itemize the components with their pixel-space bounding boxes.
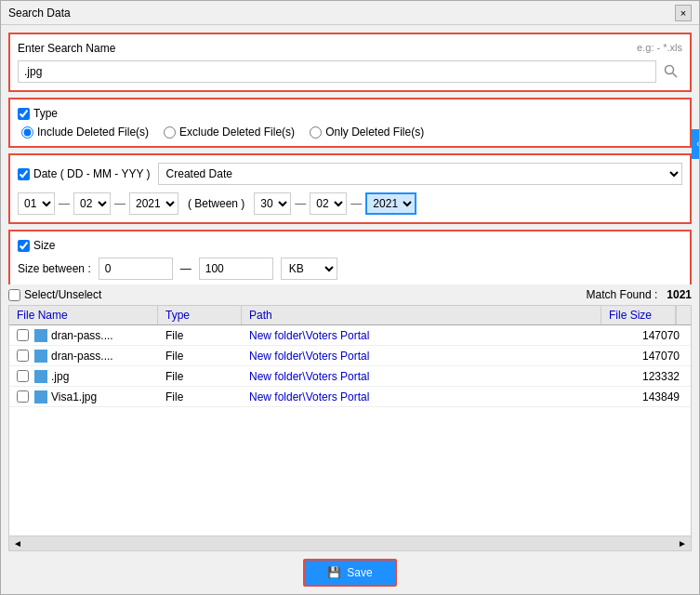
to-year-select[interactable]: 202020212022 [365,192,416,215]
date-sep-2: — [114,197,125,210]
size-to-input[interactable] [199,258,273,280]
close-button[interactable]: × [675,5,692,21]
col-header-path[interactable]: Path [242,306,601,324]
cell-size-2: 123332 [626,368,691,385]
size-sep: — [180,262,192,275]
type-section: Type Include Deleted File(s) Exclude Del… [8,98,692,148]
save-icon: 💾 [327,566,341,579]
match-count: 1021 [667,288,692,301]
include-deleted-label: Include Deleted File(s) [37,126,149,139]
exclude-deleted-radio[interactable] [164,126,176,139]
select-all-checkbox[interactable] [8,289,20,301]
date-checkbox-label: Date ( DD - MM - YYY ) [18,167,151,180]
sidebar-arrow-icon: « [696,139,699,149]
date-header: Date ( DD - MM - YYY ) Created Date Modi… [18,163,682,185]
cell-name-2: .jpg [9,368,158,385]
size-from-input[interactable] [99,258,173,280]
scroll-left-btn[interactable]: ◄ [13,538,22,549]
from-year-select[interactable]: 202020212022 [129,192,178,215]
main-content: e.g: - *.xls Enter Search Name Type [1,25,699,284]
search-hint: e.g: - *.xls [637,42,682,53]
size-checkbox[interactable] [18,240,30,252]
save-row: 💾 Save [1,551,699,594]
date-sep-3: — [295,197,306,210]
date-fields-row: 01020330 — 010203 — 202020212022 ( Betwe… [18,192,682,215]
row-checkbox-0[interactable] [17,329,29,341]
to-month-select[interactable]: 010203 [310,192,347,215]
cell-path-1[interactable]: New folder\Voters Portal [242,348,626,364]
window-title: Search Data [8,7,71,20]
row-checkbox-1[interactable] [17,350,29,362]
file-table: File Name Type Path File Size dran-pass.… [8,305,692,551]
include-deleted-radio[interactable] [21,126,33,139]
search-name-label: Enter Search Name [18,42,682,55]
row-checkbox-2[interactable] [17,370,29,382]
file-icon-2 [34,370,47,383]
cell-path-3[interactable]: New folder\Voters Portal [242,389,626,405]
file-name-0: dran-pass.... [51,329,113,342]
col-header-type[interactable]: Type [158,306,242,324]
search-name-section: e.g: - *.xls Enter Search Name [8,33,692,92]
title-bar: Search Data × [1,1,699,25]
save-label: Save [347,566,372,579]
date-checkbox[interactable] [18,168,30,180]
table-row: Visa1.jpg File New folder\Voters Portal … [9,387,691,407]
date-sep-1: — [59,197,70,210]
cell-path-0[interactable]: New folder\Voters Portal [242,327,626,344]
include-deleted-option[interactable]: Include Deleted File(s) [21,126,149,139]
table-row: dran-pass.... File New folder\Voters Por… [9,346,691,366]
only-deleted-radio[interactable] [310,126,322,139]
col-header-name[interactable]: File Name [9,306,158,324]
search-input-row [18,60,682,83]
magnifier-icon [664,64,679,79]
table-body: dran-pass.... File New folder\Voters Por… [9,325,691,536]
type-checkbox-label: Type [18,107,682,120]
select-all-text: Select/Unselect [24,288,101,301]
exclude-deleted-option[interactable]: Exclude Deleted File(s) [164,126,295,139]
search-input[interactable] [18,60,656,83]
only-deleted-option[interactable]: Only Deleted File(s) [310,126,424,139]
svg-point-0 [666,66,674,74]
only-deleted-label: Only Deleted File(s) [325,126,424,139]
cell-type-1: File [158,348,242,364]
cell-size-3: 143849 [626,389,691,405]
cell-name-3: Visa1.jpg [9,389,158,405]
type-radio-row: Include Deleted File(s) Exclude Deleted … [21,126,682,139]
cell-path-2[interactable]: New folder\Voters Portal [242,368,626,385]
between-label: ( Between ) [188,197,244,210]
cell-type-2: File [158,368,242,385]
type-checkbox[interactable] [18,108,30,120]
save-button[interactable]: 💾 Save [303,559,396,587]
match-found-text: Match Found : [587,288,658,301]
to-day-select[interactable]: 010230 [254,192,291,215]
cell-size-0: 147070 [626,327,691,344]
horizontal-scrollbar[interactable]: ◄ ► [9,536,691,550]
file-name-1: dran-pass.... [51,350,113,363]
search-button[interactable] [660,60,682,83]
size-unit-select[interactable]: KBMBGBBytes [281,258,337,280]
date-label: Date ( DD - MM - YYY ) [33,167,151,180]
select-unselect-label[interactable]: Select/Unselect [8,288,101,301]
section-header: e.g: - *.xls Enter Search Name [18,42,682,55]
search-data-window: Search Data × e.g: - *.xls Enter Search … [0,0,700,595]
row-checkbox-3[interactable] [17,390,29,403]
size-checkbox-label: Size [18,239,682,252]
file-name-2: .jpg [51,370,69,383]
scroll-right-btn[interactable]: ► [678,538,687,549]
size-between-label: Size between : [18,262,91,275]
table-header: File Name Type Path File Size [9,306,691,325]
file-name-3: Visa1.jpg [51,390,97,403]
from-day-select[interactable]: 01020330 [18,192,55,215]
cell-type-0: File [158,327,242,344]
bottom-bar: Select/Unselect Match Found : 1021 [1,284,699,305]
file-icon-1 [34,350,47,363]
col-header-size[interactable]: File Size [601,306,676,324]
from-month-select[interactable]: 010203 [73,192,111,215]
date-sep-4: — [350,197,362,210]
file-icon-0 [34,329,47,342]
table-row: .jpg File New folder\Voters Portal 12333… [9,366,691,387]
date-type-select[interactable]: Created Date Modified Date Accessed Date [158,163,682,185]
sidebar-arrow[interactable]: « [692,129,699,159]
size-label: Size [33,239,55,252]
cell-size-1: 147070 [626,348,691,364]
